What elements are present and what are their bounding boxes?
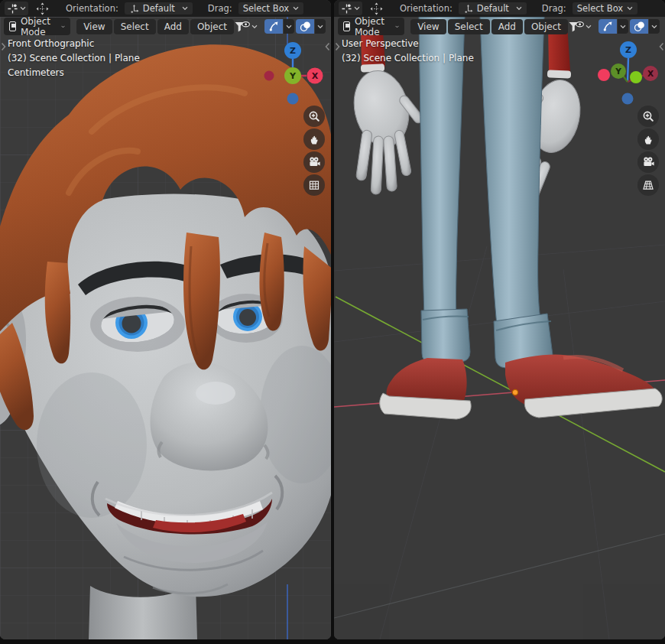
navigation-gizmo[interactable]: Z Y X [594, 35, 664, 112]
gizmo-pos-x[interactable] [598, 69, 610, 81]
gizmo-z-label[interactable]: Z [290, 46, 296, 56]
header-icon-cluster [568, 19, 660, 34]
tool-settings-bar: Orientation: Default Drag: Select Box [334, 0, 665, 17]
pan-button[interactable] [637, 128, 659, 150]
menu-object[interactable]: Object [524, 19, 568, 34]
orientation-value: Default [477, 3, 512, 14]
show-overlays-button[interactable] [296, 19, 314, 34]
gizmo-y-label[interactable]: Y [615, 67, 621, 76]
chevron-down-icon [182, 6, 188, 11]
show-gizmos-dropdown[interactable] [284, 19, 294, 34]
axis-orientation-icon [463, 4, 473, 14]
view-name-text: User Perspective [342, 38, 419, 49]
chevron-down-icon [61, 24, 65, 29]
drag-label: Drag: [542, 3, 566, 14]
chevron-down-icon [516, 6, 522, 11]
mode-label: Object Mode [21, 17, 57, 37]
drag-value: Select Box [577, 3, 624, 14]
drag-select[interactable]: Select Box [238, 2, 304, 15]
active-tool-icon [7, 3, 18, 15]
active-tool-icon [341, 3, 352, 15]
menu-object[interactable]: Object [190, 19, 234, 34]
menu-add[interactable]: Add [157, 19, 189, 34]
gizmo-neg-z[interactable] [287, 93, 299, 105]
drag-select[interactable]: Select Box [573, 2, 638, 15]
filter-funnel-eye-icon[interactable] [568, 21, 592, 33]
axis-orientation-icon [129, 4, 139, 14]
zoom-button[interactable] [637, 106, 659, 127]
breadcrumb-text: (32) Scene Collection | Plane [342, 53, 474, 63]
gizmo-neg-z[interactable] [622, 93, 634, 105]
orientation-label: Orientation: [400, 3, 453, 14]
show-gizmos-button[interactable] [264, 19, 283, 34]
orientation-value: Default [143, 3, 178, 14]
drag-mode-icon[interactable] [370, 2, 383, 15]
viewport-editor-right: Orientation: Default Drag: Select Box [334, 0, 665, 639]
navigation-gizmo[interactable]: Z Y X [257, 35, 327, 109]
hand-icon [309, 134, 320, 145]
mode-select[interactable]: Object Mode [4, 18, 70, 35]
show-overlays-dropdown[interactable] [315, 19, 326, 34]
menu-view[interactable]: View [76, 19, 112, 34]
menu-select[interactable]: Select [448, 19, 490, 34]
toolbar-toggle-icon[interactable] [1, 42, 6, 51]
show-overlays-button[interactable] [630, 19, 648, 34]
toggle-projection-button[interactable] [303, 174, 325, 196]
gizmo-z-label[interactable]: Z [625, 45, 631, 55]
chevron-down-icon [354, 6, 360, 11]
viewport-3d-right[interactable]: Object Mode View Select Add Object [334, 17, 665, 639]
gizmo-x-label[interactable]: X [312, 71, 319, 81]
header-icon-cluster [234, 19, 326, 34]
orthographic-grid-icon [308, 179, 320, 191]
gizmo-pos-y[interactable] [630, 71, 642, 83]
pan-button[interactable] [303, 128, 325, 150]
gizmo-neg-x[interactable] [264, 71, 274, 81]
menu-view[interactable]: View [410, 19, 446, 34]
menu-bar: View Select Add Object [410, 19, 568, 34]
movie-camera-icon [642, 156, 654, 168]
filter-funnel-eye-icon[interactable] [234, 21, 258, 33]
viewport-header: Object Mode View Select Add Object [0, 17, 331, 36]
zoom-button[interactable] [303, 106, 325, 127]
menu-add[interactable]: Add [491, 19, 523, 34]
toggle-projection-button[interactable] [637, 174, 659, 196]
menu-select[interactable]: Select [114, 19, 156, 34]
overlays-icon [300, 21, 311, 32]
orientation-select[interactable]: Default [459, 2, 527, 15]
magnifier-plus-icon [308, 110, 320, 122]
gizmo-arrow-icon [602, 21, 614, 32]
orientation-select[interactable]: Default [125, 2, 193, 15]
active-tool-button[interactable] [339, 2, 362, 15]
camera-view-button[interactable] [303, 151, 325, 173]
menu-bar: View Select Add Object [76, 19, 234, 34]
orientation-label: Orientation: [66, 3, 118, 14]
object-origin-dot[interactable] [512, 389, 517, 395]
drag-mode-icon[interactable] [36, 2, 49, 15]
active-tool-button[interactable] [5, 2, 28, 15]
drag-value: Select Box [243, 3, 290, 14]
drag-label: Drag: [208, 3, 232, 14]
overlays-icon [634, 21, 645, 32]
movie-camera-icon [308, 156, 320, 168]
viewport-3d-left[interactable]: Object Mode View Select Add Object [0, 17, 331, 639]
gizmo-arrow-icon [268, 21, 280, 32]
camera-view-button[interactable] [637, 151, 659, 173]
breadcrumb-text: (32) Scene Collection | Plane [8, 53, 140, 63]
show-gizmos-dropdown[interactable] [618, 19, 628, 34]
mode-label: Object Mode [355, 17, 391, 37]
viewport-editor-left: Orientation: Default Drag: Select Box [0, 0, 331, 639]
chevron-down-icon [627, 6, 633, 11]
gizmo-y-label[interactable]: Y [289, 71, 297, 81]
gizmo-x-label[interactable]: X [647, 69, 654, 78]
show-gizmos-button[interactable] [598, 19, 617, 34]
view-name-text: Front Orthographic [8, 38, 94, 49]
magnifier-plus-icon [642, 110, 654, 122]
viewport-header: Object Mode View Select Add Object [334, 17, 665, 36]
show-overlays-dropdown[interactable] [649, 19, 660, 34]
toolbar-toggle-icon[interactable] [335, 42, 340, 51]
object-mode-icon [343, 21, 350, 31]
tool-settings-bar: Orientation: Default Drag: Select Box [0, 0, 331, 17]
chevron-down-icon [20, 6, 26, 11]
mode-select[interactable]: Object Mode [338, 18, 404, 35]
head-model[interactable] [0, 17, 331, 639]
